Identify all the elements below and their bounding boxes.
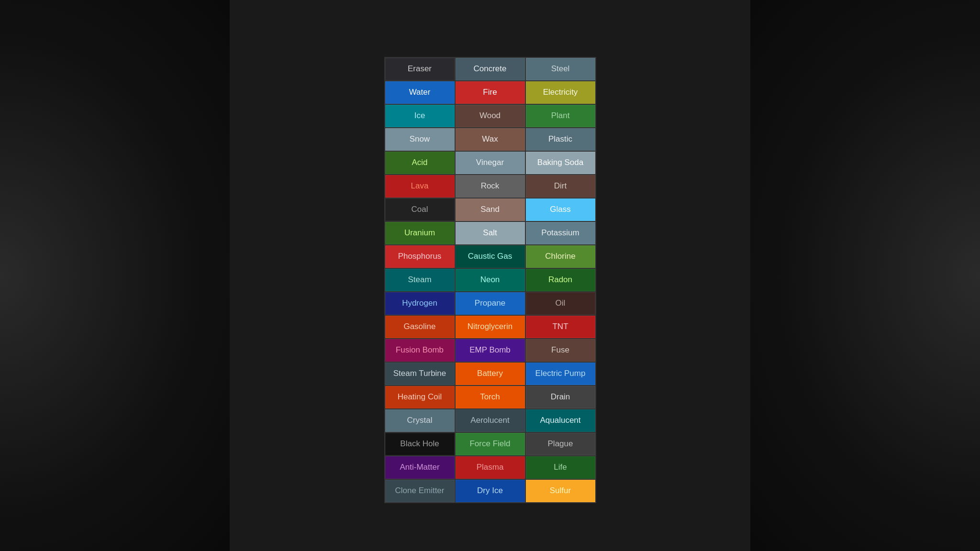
element-cell-acid[interactable]: Acid	[385, 152, 455, 174]
element-cell-life[interactable]: Life	[526, 456, 595, 479]
element-cell-uranium[interactable]: Uranium	[385, 222, 455, 244]
element-cell-plastic[interactable]: Plastic	[526, 128, 595, 151]
element-cell-battery[interactable]: Battery	[456, 363, 525, 385]
element-cell-dirt[interactable]: Dirt	[526, 175, 595, 198]
element-cell-heating-coil[interactable]: Heating Coil	[385, 386, 455, 408]
element-cell-emp-bomb[interactable]: EMP Bomb	[456, 339, 525, 362]
element-cell-oil[interactable]: Oil	[526, 292, 595, 315]
main-container: EraserConcreteSteelWaterFireElectricityI…	[384, 48, 596, 503]
element-cell-black-hole[interactable]: Black Hole	[385, 433, 455, 455]
element-cell-crystal[interactable]: Crystal	[385, 409, 455, 432]
element-cell-drain[interactable]: Drain	[526, 386, 595, 408]
element-cell-hydrogen[interactable]: Hydrogen	[385, 292, 455, 315]
element-cell-glass[interactable]: Glass	[526, 198, 595, 221]
element-cell-aerolucent[interactable]: Aerolucent	[456, 409, 525, 432]
element-cell-ice[interactable]: Ice	[385, 105, 455, 127]
element-cell-sand[interactable]: Sand	[456, 198, 525, 221]
element-cell-lava[interactable]: Lava	[385, 175, 455, 198]
element-cell-vinegar[interactable]: Vinegar	[456, 152, 525, 174]
element-cell-steam-turbine[interactable]: Steam Turbine	[385, 363, 455, 385]
element-cell-steam[interactable]: Steam	[385, 269, 455, 291]
element-cell-nitroglycerin[interactable]: Nitroglycerin	[456, 316, 525, 338]
element-cell-clone-emitter[interactable]: Clone Emitter	[385, 480, 455, 502]
element-cell-anti-matter[interactable]: Anti-Matter	[385, 456, 455, 479]
element-cell-chlorine[interactable]: Chlorine	[526, 245, 595, 268]
element-cell-torch[interactable]: Torch	[456, 386, 525, 408]
element-cell-concrete[interactable]: Concrete	[456, 58, 525, 80]
element-cell-water[interactable]: Water	[385, 81, 455, 104]
element-cell-tnt[interactable]: TNT	[526, 316, 595, 338]
element-cell-plasma[interactable]: Plasma	[456, 456, 525, 479]
element-cell-plant[interactable]: Plant	[526, 105, 595, 127]
element-cell-phosphorus[interactable]: Phosphorus	[385, 245, 455, 268]
element-cell-steel[interactable]: Steel	[526, 58, 595, 80]
element-cell-electricity[interactable]: Electricity	[526, 81, 595, 104]
element-cell-baking-soda[interactable]: Baking Soda	[526, 152, 595, 174]
element-cell-dry-ice[interactable]: Dry Ice	[456, 480, 525, 502]
element-cell-fire[interactable]: Fire	[456, 81, 525, 104]
element-cell-eraser[interactable]: Eraser	[385, 58, 455, 80]
element-cell-fuse[interactable]: Fuse	[526, 339, 595, 362]
element-cell-neon[interactable]: Neon	[456, 269, 525, 291]
element-cell-gasoline[interactable]: Gasoline	[385, 316, 455, 338]
element-cell-coal[interactable]: Coal	[385, 198, 455, 221]
element-cell-wax[interactable]: Wax	[456, 128, 525, 151]
elements-grid: EraserConcreteSteelWaterFireElectricityI…	[384, 57, 596, 503]
element-cell-plague[interactable]: Plague	[526, 433, 595, 455]
element-cell-potassium[interactable]: Potassium	[526, 222, 595, 244]
element-cell-wood[interactable]: Wood	[456, 105, 525, 127]
element-cell-sulfur[interactable]: Sulfur	[526, 480, 595, 502]
element-cell-electric-pump[interactable]: Electric Pump	[526, 363, 595, 385]
element-cell-fusion-bomb[interactable]: Fusion Bomb	[385, 339, 455, 362]
element-cell-aqualucent[interactable]: Aqualucent	[526, 409, 595, 432]
element-cell-propane[interactable]: Propane	[456, 292, 525, 315]
element-cell-salt[interactable]: Salt	[456, 222, 525, 244]
element-cell-caustic-gas[interactable]: Caustic Gas	[456, 245, 525, 268]
element-cell-snow[interactable]: Snow	[385, 128, 455, 151]
element-cell-rock[interactable]: Rock	[456, 175, 525, 198]
element-cell-radon[interactable]: Radon	[526, 269, 595, 291]
element-cell-force-field[interactable]: Force Field	[456, 433, 525, 455]
